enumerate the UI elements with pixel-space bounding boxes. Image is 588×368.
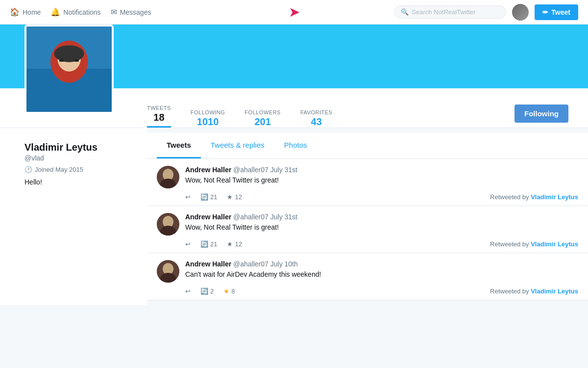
search-input[interactable]	[412, 8, 500, 16]
retweeted-by-link[interactable]: Vladimir Leytus	[531, 288, 578, 295]
tweet-actions: ↩ 🔄 21 ★ 12 Retweeted by Vladimir Leytus	[157, 240, 578, 248]
tab-tweets-replies[interactable]: Tweets & replies	[201, 133, 274, 158]
tweet-actions: ↩ 🔄 2 ★ 8 Retweeted by Vladimir Leytus	[157, 288, 578, 295]
tweet-avatar[interactable]	[157, 213, 179, 236]
tweet-header: Andrew Haller @ahaller07 July 10th Can't…	[157, 260, 578, 283]
tweet-date: July 10th	[270, 260, 298, 268]
tweets-underline	[147, 126, 171, 128]
tweet-avatar-img	[157, 260, 179, 283]
user-avatar-nav-img	[512, 4, 529, 21]
stat-tweets: TWEETS 18	[147, 105, 171, 128]
tweet-meta: Andrew Haller @ahaller07 July 31st Wow, …	[185, 166, 578, 185]
followers-label: FOLLOWERS	[245, 109, 281, 115]
user-avatar-nav[interactable]	[512, 4, 529, 21]
tweet-author-line: Andrew Haller @ahaller07 July 10th	[185, 260, 578, 268]
tweet-meta: Andrew Haller @ahaller07 July 10th Can't…	[185, 260, 578, 280]
retweet-action[interactable]: 🔄 21	[200, 193, 217, 201]
retweet-count: 2	[210, 288, 214, 295]
stat-following: FOLLOWING 1010	[191, 109, 225, 128]
notification-icon: 🔔	[50, 7, 60, 17]
retweet-action[interactable]: 🔄 21	[200, 240, 217, 248]
profile-avatar	[24, 25, 114, 114]
nav-messages-label: Messages	[120, 8, 151, 16]
tweet-text: Wow, Not Real Twitter is great!	[185, 223, 578, 233]
nav-left: 🏠 Home 🔔 Notifications ✉ Messages	[10, 7, 151, 17]
tab-photos[interactable]: Photos	[274, 133, 317, 158]
tweet-author: Andrew Haller	[185, 166, 231, 174]
retweet-icon: 🔄	[200, 193, 208, 201]
star-icon: ★	[223, 288, 229, 295]
message-icon: ✉	[111, 7, 117, 17]
profile-joined-text: Joined May 2015	[35, 166, 83, 173]
retweet-count: 21	[210, 240, 217, 248]
retweeted-by-link[interactable]: Vladimir Leytus	[531, 193, 578, 201]
tweet-meta: Andrew Haller @ahaller07 July 31st Wow, …	[185, 213, 578, 233]
tweet-author-line: Andrew Haller @ahaller07 July 31st	[185, 213, 578, 221]
retweeted-by-link[interactable]: Vladimir Leytus	[531, 240, 578, 248]
tweet-author: Andrew Haller	[185, 260, 231, 268]
retweet-icon: 🔄	[200, 288, 208, 295]
home-icon: 🏠	[10, 7, 20, 17]
nav-notifications[interactable]: 🔔 Notifications	[50, 7, 100, 17]
retweet-info: Retweeted by Vladimir Leytus	[490, 240, 578, 248]
tweet-avatar[interactable]	[157, 260, 179, 283]
stat-followers: FOLLOWERS 201	[245, 109, 281, 128]
profile-sidebar: Vladimir Leytus @vlad 🕐 Joined May 2015 …	[0, 128, 147, 305]
profile-name: Vladimir Leytus	[24, 142, 137, 153]
following-label: FOLLOWING	[191, 109, 225, 115]
reply-action[interactable]: ↩	[185, 240, 191, 248]
tweet-handle: @ahaller07	[233, 213, 269, 221]
reply-action[interactable]: ↩	[185, 193, 191, 201]
reply-action[interactable]: ↩	[185, 288, 191, 295]
star-icon: ★	[227, 240, 233, 248]
tweet-avatar[interactable]	[157, 166, 179, 188]
nav-messages[interactable]: ✉ Messages	[111, 7, 151, 17]
navbar: 🏠 Home 🔔 Notifications ✉ Messages ➤ 🔍 ✏ …	[0, 0, 588, 25]
main-layout: Vladimir Leytus @vlad 🕐 Joined May 2015 …	[0, 128, 588, 305]
star-icon: ★	[227, 193, 233, 201]
tweet-actions: ↩ 🔄 21 ★ 12 Retweeted by Vladimir Leytus	[157, 193, 578, 201]
favorites-value: 43	[300, 116, 332, 128]
tab-tweets[interactable]: Tweets	[157, 133, 201, 158]
nav-home-label: Home	[23, 8, 41, 16]
tweets-label: TWEETS	[147, 105, 171, 111]
search-bar: 🔍	[394, 5, 506, 19]
following-value: 1010	[191, 116, 225, 128]
retweet-info: Retweeted by Vladimir Leytus	[490, 288, 578, 295]
following-button[interactable]: Following	[514, 105, 568, 123]
compose-icon: ✏	[542, 8, 548, 16]
nav-notifications-label: Notifications	[63, 8, 100, 16]
favorite-action[interactable]: ★ 12	[227, 193, 242, 201]
favorites-label: FAVORITES	[300, 109, 332, 115]
profile-stats-row: TWEETS 18 FOLLOWING 1010 FOLLOWERS 201 F…	[0, 88, 588, 128]
nav-right: 🔍 ✏ Tweet	[394, 4, 578, 21]
favorite-action[interactable]: ★ 12	[227, 240, 242, 248]
profile-left-spacer	[0, 88, 147, 128]
tweet-handle: @ahaller07	[233, 166, 269, 174]
main-content: Tweets Tweets & replies Photos Andrew Ha…	[147, 128, 588, 305]
following-btn-wrapper: Following	[514, 95, 588, 128]
bird-logo-icon: ➤	[289, 4, 300, 20]
stats-and-btn: TWEETS 18 FOLLOWING 1010 FOLLOWERS 201 F…	[147, 88, 588, 128]
retweet-count: 21	[210, 193, 217, 201]
stats-row: TWEETS 18 FOLLOWING 1010 FOLLOWERS 201 F…	[147, 105, 332, 128]
tweet-header: Andrew Haller @ahaller07 July 31st Wow, …	[157, 166, 578, 188]
profile-bio: Hello!	[24, 178, 137, 186]
tweet-btn-label: Tweet	[551, 8, 570, 16]
favorite-count: 8	[231, 288, 235, 295]
tweet-avatar-img	[157, 213, 179, 236]
tweet-text: Wow, Not Real Twitter is great!	[185, 176, 578, 185]
favorite-action[interactable]: ★ 8	[223, 288, 235, 295]
followers-value: 201	[245, 116, 281, 128]
tweet-avatar-img	[157, 166, 179, 188]
tweets-value: 18	[147, 112, 171, 123]
search-icon: 🔍	[401, 8, 409, 16]
tabs-bar: Tweets Tweets & replies Photos	[147, 133, 588, 159]
nav-home[interactable]: 🏠 Home	[10, 7, 41, 17]
tweet-author: Andrew Haller	[185, 213, 231, 221]
tweet-button[interactable]: ✏ Tweet	[535, 4, 578, 20]
retweet-action[interactable]: 🔄 2	[200, 288, 214, 295]
tweet-date: July 31st	[270, 166, 297, 174]
reply-icon: ↩	[185, 240, 191, 248]
clock-icon: 🕐	[24, 166, 32, 173]
